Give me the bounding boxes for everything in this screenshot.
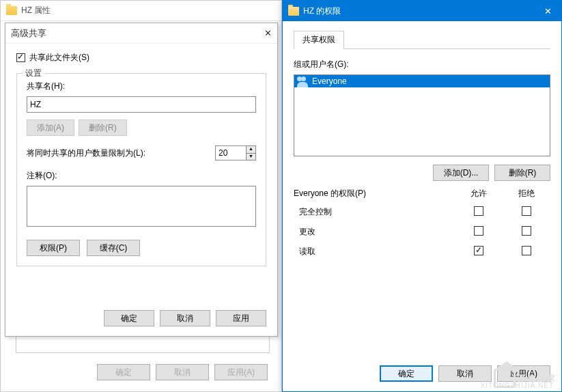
user-limit-spinner[interactable]: ▲ ▼: [215, 145, 256, 160]
close-icon[interactable]: [534, 1, 561, 21]
comment-textarea[interactable]: [27, 186, 256, 227]
list-item[interactable]: Everyone: [294, 75, 550, 87]
props-apply-button-back[interactable]: 应用(A): [214, 364, 268, 380]
settings-label: 设置: [23, 68, 44, 79]
share-name-input[interactable]: [27, 96, 256, 113]
permissions-dialog: HZ 的权限 共享权限 组或用户名(G): Everyone 添加(D)... …: [282, 0, 562, 392]
props-cancel-button-back[interactable]: 取消: [156, 364, 209, 380]
folder-icon: [6, 6, 17, 15]
group-users-label: 组或用户名(G):: [294, 59, 550, 70]
advanced-sharing-title: 高级共享: [11, 27, 46, 40]
permissions-footer: 确定 取消 应用(A): [380, 365, 550, 382]
permissions-title: HZ 的权限: [303, 5, 534, 17]
share-folder-checkbox-row[interactable]: 共享此文件夹(S): [16, 52, 266, 64]
perm-cancel-button[interactable]: 取消: [438, 365, 492, 382]
permissions-button[interactable]: 权限(P): [27, 240, 80, 256]
advanced-sharing-titlebar[interactable]: 高级共享 ✕: [5, 23, 277, 44]
properties-dialog: HZ 属性 确定 取消 应用(A) 高级共享 ✕ 共享此文件夹(S) 设置 共享…: [0, 0, 282, 392]
deny-checkbox[interactable]: [522, 206, 531, 216]
perm-ok-button[interactable]: 确定: [380, 365, 433, 382]
perm-row-label: 完全控制: [294, 202, 455, 222]
perm-row-label: 读取: [294, 242, 455, 262]
perm-row-label: 更改: [294, 222, 455, 242]
cache-button[interactable]: 缓存(C): [87, 240, 140, 256]
deny-checkbox[interactable]: [522, 246, 531, 255]
adv-ok-button[interactable]: 确定: [104, 310, 154, 326]
advanced-sharing-body: 共享此文件夹(S) 设置 共享名(H): 添加(A) 删除(R) 将同时共享的用…: [5, 44, 277, 281]
table-row: 更改: [294, 222, 550, 242]
perm-header-name: Everyone 的权限(P): [294, 185, 455, 202]
allow-checkbox[interactable]: [474, 246, 483, 255]
props-ok-button-back[interactable]: 确定: [97, 364, 150, 380]
perm-apply-button[interactable]: 应用(A): [497, 365, 550, 382]
users-listbox[interactable]: Everyone: [294, 74, 550, 156]
list-item-label: Everyone: [312, 76, 347, 86]
perm-header-allow: 允许: [455, 185, 503, 202]
tab-share-permissions[interactable]: 共享权限: [294, 31, 344, 49]
settings-fieldset: 设置 共享名(H): 添加(A) 删除(R) 将同时共享的用户数量限制为(L):…: [16, 73, 266, 266]
adv-cancel-button[interactable]: 取消: [160, 310, 210, 326]
spinner-up-icon[interactable]: ▲: [247, 146, 255, 154]
properties-footer: 确定 取消 应用(A): [97, 364, 268, 380]
remove-user-button[interactable]: 删除(R): [494, 165, 550, 181]
perm-header-deny: 拒绝: [503, 185, 550, 202]
folder-icon: [288, 7, 299, 16]
table-row: 读取: [294, 242, 550, 262]
share-folder-label: 共享此文件夹(S): [29, 52, 89, 64]
share-name-label: 共享名(H):: [27, 81, 256, 92]
watermark-sub: XITONGZHIJIA.NET: [481, 382, 554, 389]
add-share-button[interactable]: 添加(A): [27, 120, 74, 136]
advanced-sharing-dialog: 高级共享 ✕ 共享此文件夹(S) 设置 共享名(H): 添加(A) 删除(R) …: [5, 23, 278, 337]
adv-apply-button[interactable]: 应用: [216, 310, 266, 326]
share-folder-checkbox[interactable]: [16, 53, 25, 62]
allow-checkbox[interactable]: [474, 206, 483, 216]
properties-title: HZ 属性: [21, 5, 51, 16]
user-limit-label: 将同时共享的用户数量限制为(L):: [27, 148, 145, 159]
close-icon[interactable]: ✕: [264, 28, 272, 38]
deny-checkbox[interactable]: [522, 226, 531, 236]
permissions-body: 共享权限 组或用户名(G): Everyone 添加(D)... 删除(R) E…: [283, 21, 561, 271]
add-user-button[interactable]: 添加(D)...: [433, 165, 489, 181]
spinner-down-icon[interactable]: ▼: [247, 154, 255, 160]
permissions-table: Everyone 的权限(P) 允许 拒绝 完全控制 更改 读取: [294, 185, 550, 262]
people-icon: [297, 76, 308, 86]
tab-strip: 共享权限: [294, 31, 550, 49]
user-limit-input[interactable]: [216, 146, 246, 160]
advanced-footer: 确定 取消 应用: [104, 310, 266, 326]
remove-share-button[interactable]: 删除(R): [79, 120, 127, 136]
comment-label: 注释(O):: [27, 170, 256, 182]
permissions-titlebar[interactable]: HZ 的权限: [283, 1, 561, 21]
allow-checkbox[interactable]: [474, 226, 483, 236]
table-row: 完全控制: [294, 202, 550, 222]
properties-titlebar[interactable]: HZ 属性: [1, 1, 281, 21]
